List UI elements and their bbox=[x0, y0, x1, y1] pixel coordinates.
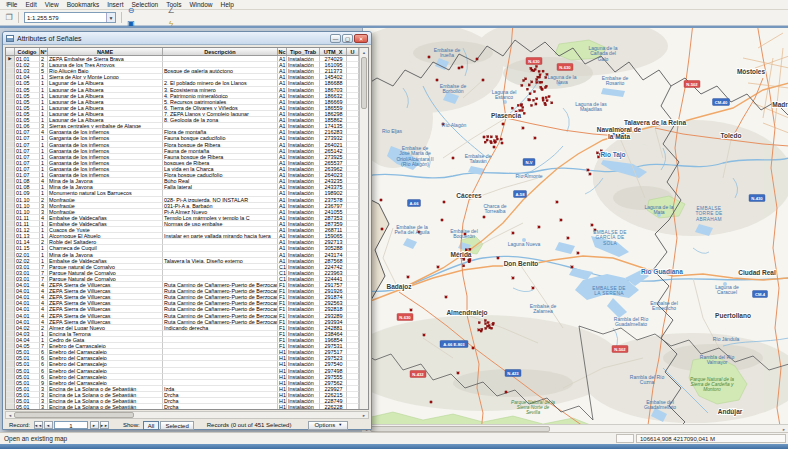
record-navigation-bar: Record: ◄◄ ◄ 1 ► ►► Show: All Selected R… bbox=[5, 420, 369, 430]
show-selected-button[interactable]: Selected bbox=[160, 421, 193, 430]
column-header-UTM_X[interactable]: UTM_X bbox=[320, 48, 347, 55]
svg-text:A-58: A-58 bbox=[515, 192, 525, 197]
column-header-selector[interactable] bbox=[6, 48, 15, 55]
window-title: Attributes of Señales bbox=[17, 35, 329, 42]
svg-text:CM-4: CM-4 bbox=[755, 292, 766, 297]
menu-help[interactable]: Help bbox=[217, 1, 238, 8]
grid-vertical-scrollbar[interactable]: ▲ bbox=[359, 48, 368, 409]
chevron-down-icon[interactable]: ▼ bbox=[106, 13, 115, 22]
table-icon bbox=[6, 35, 14, 42]
water-label: Embalse deZalamea bbox=[530, 303, 557, 314]
close-button[interactable]: ✕ bbox=[354, 34, 368, 43]
menu-view[interactable]: View bbox=[41, 1, 63, 8]
scrollbar-thumb[interactable] bbox=[361, 57, 367, 109]
city-label: Puertollano bbox=[715, 312, 751, 319]
menu-edit[interactable]: Edit bbox=[21, 1, 40, 8]
city-label: Ciudad Real bbox=[738, 269, 776, 276]
window-title-bar[interactable]: Attributes of Señales — ▢ ✕ bbox=[3, 32, 371, 45]
water-label: Embalse de laPeña del Águila bbox=[394, 224, 429, 235]
svg-text:A-66 E-803: A-66 E-803 bbox=[443, 342, 465, 347]
menu-bar: FileEditViewBookmarksInsertSelectionTool… bbox=[0, 0, 788, 10]
toolbar-separator bbox=[18, 12, 19, 23]
svg-text:N-V: N-V bbox=[525, 160, 532, 165]
column-header-U[interactable]: U bbox=[347, 48, 359, 55]
show-label: Show: bbox=[123, 422, 140, 428]
scroll-right-icon[interactable]: ► bbox=[360, 412, 368, 418]
road-badge: CM-40 bbox=[713, 99, 730, 106]
coordinate-display: 106614,908 4217090,041 M bbox=[636, 434, 786, 443]
city-label: Talavera de la Reina bbox=[624, 119, 686, 126]
svg-text:A-66: A-66 bbox=[409, 201, 419, 206]
attribute-grid-zone: CódigoNºNAMEDescripciónNcTipo_TrabUTM_XU… bbox=[5, 47, 369, 410]
city-label: Plasencia bbox=[491, 112, 521, 119]
water-label: Río Eljas bbox=[382, 128, 403, 134]
copy-icon[interactable]: ❐ bbox=[3, 11, 16, 24]
cut-icon[interactable]: ✂ bbox=[3, 0, 16, 11]
zoom-out-icon[interactable]: ⊖ bbox=[125, 5, 138, 18]
city-label: Cáceres bbox=[456, 192, 482, 199]
scroll-left-icon[interactable]: ◄ bbox=[6, 412, 14, 418]
table-row[interactable]: 05.013Encina de La Solana o de Sebastián… bbox=[6, 404, 359, 410]
water-label: Río Jándula bbox=[713, 336, 740, 342]
road-badge: A-66 E-803 bbox=[440, 341, 468, 348]
zoom-in-icon[interactable]: ⊕ bbox=[125, 0, 138, 5]
water-label: Embalse deBorbollón bbox=[440, 83, 467, 94]
minimize-button[interactable]: — bbox=[330, 34, 341, 43]
road-badge: N-502 bbox=[684, 81, 700, 88]
column-header-Tipo_Trab[interactable]: Tipo_Trab bbox=[287, 48, 320, 55]
column-header-Descripción[interactable]: Descripción bbox=[163, 48, 278, 55]
first-record-button[interactable]: ◄◄ bbox=[34, 421, 43, 429]
road-badge: N-502 bbox=[612, 346, 628, 353]
caps-label: EMBALSE DELA SERENA bbox=[592, 286, 626, 296]
maximize-button[interactable]: ▢ bbox=[342, 34, 353, 43]
record-number-input[interactable]: 1 bbox=[54, 421, 88, 429]
column-header-Nº[interactable]: Nº bbox=[40, 48, 48, 55]
options-label: Options bbox=[314, 421, 335, 429]
map-canvas[interactable]: N-630N-630N-630N-502N-502N-432N-VA-5CM-4… bbox=[362, 28, 788, 432]
go-to-xy-icon[interactable]: ⌖ bbox=[165, 0, 178, 5]
attribute-grid[interactable]: CódigoNºNAMEDescripciónNcTipo_TrabUTM_XU… bbox=[6, 48, 359, 409]
city-label: Toledo bbox=[721, 132, 742, 139]
last-record-button[interactable]: ►► bbox=[100, 421, 109, 429]
map-svg[interactable]: N-630N-630N-630N-502N-502N-432N-VA-5CM-4… bbox=[363, 28, 788, 432]
next-record-button[interactable]: ► bbox=[90, 421, 99, 429]
road-badge: CM-4 bbox=[753, 291, 768, 298]
road-badge: N-V bbox=[523, 159, 535, 166]
svg-text:N-430: N-430 bbox=[751, 196, 763, 201]
menu-window[interactable]: Window bbox=[185, 1, 216, 8]
map-horizontal-scrollbar[interactable]: ◄ ► bbox=[362, 424, 788, 432]
column-header-Código[interactable]: Código bbox=[15, 48, 40, 55]
city-label: Badajoz bbox=[387, 283, 413, 291]
river-label: Río Guadiana bbox=[641, 268, 683, 275]
previous-record-button[interactable]: ◄ bbox=[44, 421, 53, 429]
scrollbar-thumb[interactable] bbox=[14, 412, 134, 418]
city-label: Andújar bbox=[718, 408, 743, 416]
chevron-down-icon: ▼ bbox=[338, 421, 342, 429]
column-header-Nc[interactable]: Nc bbox=[278, 48, 287, 55]
options-button[interactable]: Options ▼ bbox=[308, 421, 348, 430]
column-header-NAME[interactable]: NAME bbox=[48, 48, 163, 55]
measure-icon[interactable]: ∠ bbox=[165, 5, 178, 18]
map-scale-combobox[interactable]: 1:1.255.579 ▼ bbox=[24, 12, 116, 23]
road-badge: N-630 bbox=[526, 58, 542, 65]
menu-bookmarks[interactable]: Bookmarks bbox=[63, 1, 104, 8]
record-label: Record: bbox=[9, 422, 30, 428]
status-bar: Open an existing map 106614,908 4217090,… bbox=[0, 432, 788, 444]
svg-text:CM-40: CM-40 bbox=[715, 100, 728, 105]
water-label: Charca deTorrealba bbox=[483, 203, 506, 214]
water-label: Rambla del RíoGuadalmellato bbox=[614, 316, 649, 327]
scroll-up-icon[interactable]: ▲ bbox=[360, 48, 368, 56]
water-label: Embalse deJosé María deOriol/Alcántara I… bbox=[396, 145, 433, 167]
water-label: Embalse delEntredicho bbox=[650, 300, 678, 311]
water-label: Río Almonte bbox=[515, 173, 542, 179]
svg-text:N-502: N-502 bbox=[686, 82, 698, 87]
svg-text:N-630: N-630 bbox=[559, 65, 571, 70]
svg-text:N-630: N-630 bbox=[399, 315, 411, 320]
show-all-button[interactable]: All bbox=[143, 421, 160, 430]
attributes-window[interactable]: Attributes of Señales — ▢ ✕ CódigoNºNAME… bbox=[2, 31, 372, 430]
caps-label: EMBALSETORRE DEABRAHAM bbox=[695, 206, 722, 222]
road-badge: N-423 bbox=[505, 370, 521, 377]
grid-horizontal-scrollbar[interactable]: ◄ ► bbox=[5, 411, 369, 419]
status-empty-pane bbox=[616, 434, 634, 443]
road-badge: N-630 bbox=[397, 314, 413, 321]
